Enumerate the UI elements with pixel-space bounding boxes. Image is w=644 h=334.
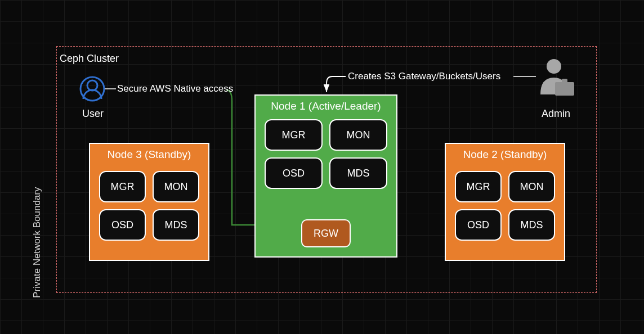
- node3-svc-mgr: MGR: [99, 171, 146, 202]
- node-2: Node 2 (Standby) MGR MON OSD MDS: [445, 143, 565, 261]
- node1-svc-osd: OSD: [265, 157, 323, 189]
- node2-svc-mon: MON: [508, 171, 555, 202]
- node2-svc-mgr: MGR: [455, 171, 502, 202]
- annotation-admin-action: Creates S3 Gateway/Buckets/Users: [348, 71, 500, 82]
- node-1: Node 1 (Active/Leader) MGR MON OSD MDS R…: [254, 94, 397, 258]
- node3-svc-mon: MON: [153, 171, 199, 202]
- node1-svc-rgw: RGW: [301, 219, 351, 247]
- network-boundary-label: Private Network Boundary: [32, 187, 43, 298]
- admin-label: Admin: [542, 108, 570, 120]
- node3-svc-mds: MDS: [153, 209, 199, 241]
- node-2-title: Node 2 (Standby): [446, 148, 564, 161]
- annotation-secure-access: Secure AWS Native access: [117, 83, 233, 94]
- node1-svc-mon: MON: [329, 119, 387, 151]
- cluster-title: Ceph Cluster: [60, 53, 119, 65]
- user-label: User: [82, 108, 104, 120]
- node-3: Node 3 (Standby) MGR MON OSD MDS: [89, 143, 209, 261]
- node1-svc-mgr: MGR: [265, 119, 323, 151]
- node2-svc-osd: OSD: [455, 209, 502, 241]
- node-1-title: Node 1 (Active/Leader): [256, 100, 396, 112]
- node3-svc-osd: OSD: [99, 209, 146, 241]
- node1-svc-mds: MDS: [329, 157, 387, 189]
- node-3-title: Node 3 (Standby): [90, 148, 208, 161]
- node2-svc-mds: MDS: [508, 209, 555, 241]
